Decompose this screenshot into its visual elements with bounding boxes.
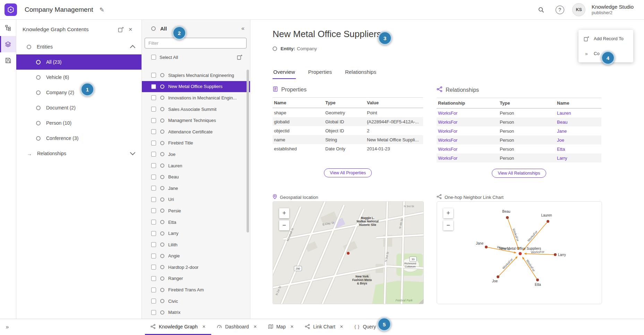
record-link[interactable]: Joe <box>557 138 564 143</box>
zoom-out-button[interactable]: − <box>279 220 289 230</box>
menu-item-add-record-to[interactable]: Add Record To <box>578 31 633 46</box>
tab-overview[interactable]: Overview <box>273 66 296 79</box>
entity-group-item[interactable]: All (23) <box>16 54 141 70</box>
checkbox[interactable] <box>151 220 156 224</box>
checkbox[interactable] <box>151 118 156 123</box>
record-link[interactable]: Etta <box>557 147 565 152</box>
checkbox[interactable] <box>151 208 156 213</box>
search-icon[interactable] <box>535 3 547 16</box>
entity-list-item[interactable]: Lilith <box>142 239 250 250</box>
entity-list-item[interactable]: Uri <box>142 194 250 205</box>
tab-properties[interactable]: Properties <box>308 66 333 79</box>
filter-input[interactable] <box>145 38 247 49</box>
close-panel-icon[interactable]: ✕ <box>126 25 135 34</box>
map-canvas[interactable]: Maggie L. Walker National Historic Site … <box>273 202 423 304</box>
person-node[interactable] <box>506 216 509 219</box>
close-tab-icon[interactable]: ✕ <box>254 324 257 329</box>
scrollbar[interactable] <box>247 70 249 232</box>
view-all-properties-button[interactable]: View All Properties <box>324 168 372 177</box>
record-location-marker[interactable] <box>347 252 350 255</box>
link-chart-canvas[interactable]: WorksForWorksForWorksForWorksForWorksFor… <box>437 202 601 303</box>
entity-list-item[interactable]: Lauren <box>142 160 250 171</box>
checkbox[interactable] <box>151 152 156 157</box>
entity-list-item[interactable]: Etta <box>142 217 250 228</box>
checkbox[interactable] <box>151 254 156 258</box>
checkbox[interactable] <box>151 299 156 303</box>
link-chart-widget[interactable]: + − WorksForWorksForWorksForWorksForWork… <box>437 201 602 304</box>
record-link[interactable]: Beau <box>557 120 567 125</box>
select-all-checkbox[interactable] <box>151 55 156 60</box>
bottom-tab-knowledge-graph[interactable]: Knowledge Graph✕ <box>145 319 211 335</box>
relationship-edge[interactable] <box>498 257 517 277</box>
checkbox[interactable] <box>151 175 156 179</box>
relationship-edge[interactable] <box>523 257 538 280</box>
zoom-in-button[interactable]: + <box>443 208 453 218</box>
add-record-icon[interactable] <box>116 25 126 34</box>
entity-group-item[interactable]: Conference (3) <box>16 131 141 146</box>
checkbox[interactable] <box>151 197 156 202</box>
entity-list-item[interactable]: Managment Techniques <box>142 115 250 126</box>
relationship-edge[interactable] <box>523 221 548 250</box>
bottom-tab-link-chart[interactable]: Link Chart✕ <box>299 319 349 335</box>
layers-icon[interactable] <box>0 36 16 52</box>
entity-list-item[interactable]: Matrix <box>142 307 250 318</box>
person-node[interactable] <box>554 253 557 256</box>
entity-list-item[interactable]: Persie <box>142 205 250 217</box>
center-node[interactable] <box>519 252 522 255</box>
entity-list-item[interactable]: Angie <box>142 250 250 262</box>
save-icon[interactable] <box>0 52 16 69</box>
entity-list-item[interactable]: Civic <box>142 296 250 307</box>
checkbox[interactable] <box>151 129 156 134</box>
entity-list-item[interactable]: Innovations in Mechanical Engin... <box>142 92 250 104</box>
checkbox[interactable] <box>151 288 156 292</box>
person-node[interactable] <box>497 275 499 278</box>
map-widget[interactable]: + − <box>273 201 424 304</box>
edit-title-icon[interactable]: ✎ <box>100 6 104 14</box>
entity-list-item[interactable]: Attendance Certificate <box>142 126 250 138</box>
record-link[interactable]: WorksFor <box>438 147 457 152</box>
entity-list-item[interactable]: Firebird Title <box>142 138 250 149</box>
person-node[interactable] <box>536 279 539 281</box>
checkbox[interactable] <box>151 73 156 78</box>
entity-list-item[interactable]: Sales Associate Summit <box>142 104 250 115</box>
checkbox[interactable] <box>151 95 156 100</box>
add-record-icon[interactable] <box>235 52 244 62</box>
person-node[interactable] <box>547 220 549 223</box>
zoom-out-button[interactable]: − <box>443 220 453 230</box>
checkbox[interactable] <box>151 107 156 112</box>
entity-list-item[interactable]: Firebird Trans Am <box>142 284 250 296</box>
entity-list-item[interactable]: Beau <box>142 171 250 183</box>
zoom-in-button[interactable]: + <box>279 208 289 218</box>
entity-group-item[interactable]: Person (10) <box>16 115 141 131</box>
select-all-row[interactable]: Select All <box>142 51 250 63</box>
hierarchy-icon[interactable] <box>0 20 16 36</box>
close-tab-icon[interactable]: ✕ <box>340 324 343 329</box>
checkbox[interactable] <box>151 163 156 168</box>
entity-group-item[interactable]: Vehicle (6) <box>16 70 141 85</box>
help-icon[interactable]: ? <box>553 3 566 16</box>
person-node[interactable] <box>485 246 488 248</box>
entity-list-item[interactable]: Jane <box>142 183 250 194</box>
bottom-tab-map[interactable]: Map✕ <box>263 319 299 335</box>
checkbox[interactable] <box>151 186 156 191</box>
relationship-edge[interactable] <box>524 254 555 255</box>
bottom-tab-dashboard[interactable]: Dashboard✕ <box>211 319 263 335</box>
record-link[interactable]: Jane <box>557 129 567 134</box>
view-all-relationships-button[interactable]: View All Relationships <box>492 169 546 178</box>
close-tab-icon[interactable]: ✕ <box>202 324 206 329</box>
collapse-panel-icon[interactable]: « <box>241 25 244 32</box>
record-link[interactable]: WorksFor <box>438 156 457 161</box>
entity-list-item[interactable]: Larry <box>142 228 250 239</box>
record-link[interactable]: Larry <box>557 156 567 161</box>
relationships-section-header[interactable]: → Relationships <box>16 146 141 161</box>
record-link[interactable]: WorksFor <box>438 129 457 134</box>
avatar[interactable]: KS <box>572 3 585 16</box>
record-link[interactable]: WorksFor <box>438 111 457 116</box>
tab-relationships[interactable]: Relationships <box>344 66 377 79</box>
record-link[interactable]: WorksFor <box>438 120 457 125</box>
checkbox[interactable] <box>151 141 156 146</box>
close-tab-icon[interactable]: ✕ <box>290 324 294 329</box>
checkbox[interactable] <box>151 231 156 236</box>
entity-list-item[interactable]: Joe <box>142 149 250 160</box>
record-link[interactable]: WorksFor <box>438 138 457 143</box>
